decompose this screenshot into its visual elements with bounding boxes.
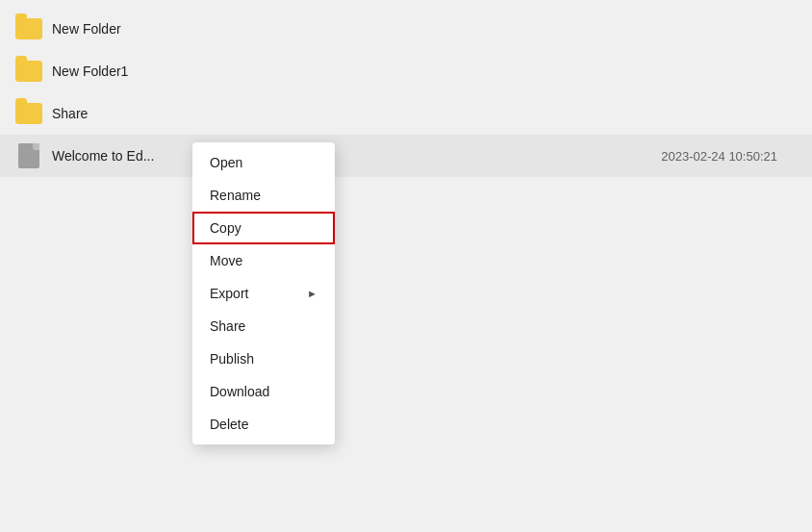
file-name: Welcome to Ed... bbox=[52, 148, 661, 164]
folder-icon bbox=[15, 100, 42, 127]
context-menu-open-label: Open bbox=[210, 155, 242, 170]
context-menu-export[interactable]: Export ► bbox=[192, 277, 335, 310]
context-menu-download[interactable]: Download bbox=[192, 375, 335, 408]
context-menu-copy-label: Copy bbox=[210, 220, 241, 236]
file-name: New Folder1 bbox=[52, 63, 797, 79]
context-menu-rename-label: Rename bbox=[210, 188, 261, 203]
context-menu-share-label: Share bbox=[210, 318, 245, 334]
list-item[interactable]: New Folder1 bbox=[0, 50, 812, 92]
context-menu-share[interactable]: Share bbox=[192, 310, 335, 342]
context-menu-download-label: Download bbox=[210, 384, 269, 399]
file-list: New Folder New Folder1 Share Welcome to … bbox=[0, 0, 812, 185]
file-name: New Folder bbox=[52, 21, 797, 37]
context-menu-delete-label: Delete bbox=[210, 417, 248, 432]
list-item[interactable]: New Folder bbox=[0, 8, 812, 50]
context-menu-rename[interactable]: Rename bbox=[192, 179, 335, 212]
context-menu-delete[interactable]: Delete bbox=[192, 408, 335, 441]
file-name: Share bbox=[52, 106, 797, 121]
document-icon bbox=[15, 142, 42, 169]
context-menu-open[interactable]: Open bbox=[192, 146, 335, 179]
context-menu-publish-label: Publish bbox=[210, 351, 254, 367]
context-menu-publish[interactable]: Publish bbox=[192, 342, 335, 375]
list-item[interactable]: Share bbox=[0, 92, 812, 135]
file-date: 2023-02-24 10:50:21 bbox=[661, 149, 777, 164]
context-menu-move-label: Move bbox=[210, 253, 242, 268]
list-item[interactable]: Welcome to Ed... 2023-02-24 10:50:21 bbox=[0, 135, 812, 177]
context-menu-move[interactable]: Move bbox=[192, 244, 335, 277]
context-menu-copy[interactable]: Copy bbox=[192, 212, 335, 244]
folder-icon bbox=[15, 15, 42, 42]
submenu-arrow-icon: ► bbox=[307, 288, 317, 299]
context-menu-export-label: Export bbox=[210, 286, 248, 301]
context-menu: Open Rename Copy Move Export ► Share Pub… bbox=[192, 142, 335, 444]
folder-icon bbox=[15, 58, 42, 85]
